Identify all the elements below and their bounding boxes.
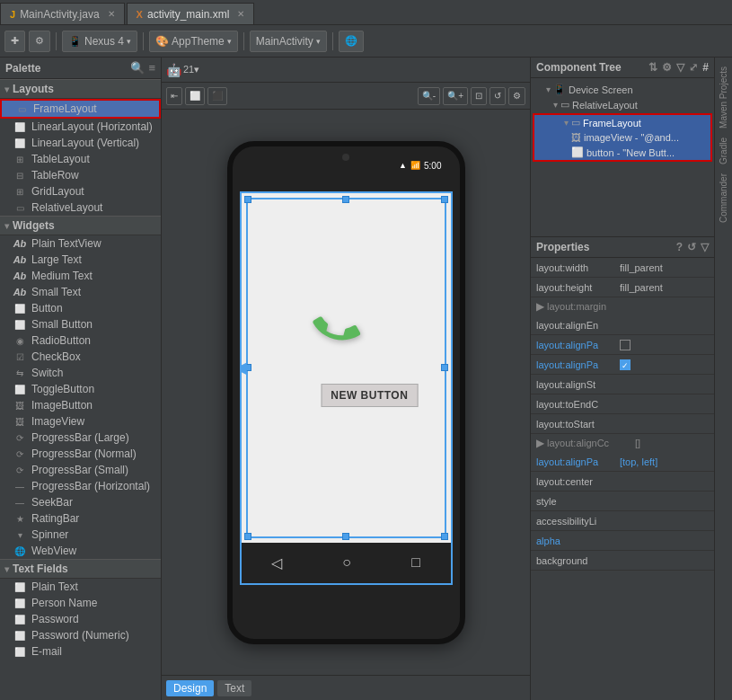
- palette-item-small-text[interactable]: Ab Small Text: [0, 284, 161, 300]
- palette-section-widgets[interactable]: ▾ Widgets: [0, 216, 161, 235]
- recent-btn[interactable]: □: [411, 554, 420, 571]
- resize-handle-br[interactable]: [441, 533, 448, 540]
- resize-handle-mr[interactable]: [441, 364, 448, 371]
- palette-item-ratingbar[interactable]: ★ RatingBar: [0, 510, 161, 527]
- palette-item-email[interactable]: ⬜ E-mail: [0, 643, 161, 660]
- sdk-btn[interactable]: 🌐: [339, 31, 364, 52]
- palette-item-togglebutton[interactable]: ⬜ ToggleButton: [0, 381, 161, 397]
- tab-design[interactable]: Design: [166, 680, 214, 696]
- tab-close-main[interactable]: ✕: [108, 9, 115, 19]
- palette-item-person-name[interactable]: ⬜ Person Name: [0, 595, 161, 611]
- palette-item-tablerow[interactable]: ⊟ TableRow: [0, 167, 161, 183]
- prop-checkbox-unchecked[interactable]: [620, 340, 631, 350]
- tree-node-device-screen[interactable]: ▾ 📱 Device Screen: [531, 82, 714, 97]
- settings-btn[interactable]: ⚙: [29, 31, 50, 52]
- palette-search-icon[interactable]: 🔍: [130, 61, 145, 75]
- tab-main-activity[interactable]: J MainActivity.java ✕: [0, 3, 125, 24]
- palette-item-large-text[interactable]: Ab Large Text: [0, 252, 161, 268]
- palette-item-spinner[interactable]: ▾ Spinner: [0, 527, 161, 543]
- home-btn[interactable]: ○: [342, 554, 351, 571]
- zoom-in-btn[interactable]: 🔍+: [443, 87, 468, 105]
- tree-node-imageview[interactable]: 🖼 imageView - "@and...: [534, 130, 710, 145]
- palette-item-checkbox[interactable]: ☑ CheckBox: [0, 349, 161, 365]
- palette-item-radiobutton[interactable]: ◉ RadioButton: [0, 332, 161, 349]
- tab-close-xml[interactable]: ✕: [237, 9, 244, 19]
- resize-handle-tl[interactable]: [244, 196, 251, 203]
- new-button[interactable]: NEW BUTTON: [321, 384, 418, 407]
- tab-activity-xml[interactable]: X activity_main.xml ✕: [127, 3, 255, 24]
- prop-val-layout-height[interactable]: fill_parent: [616, 280, 714, 295]
- palette-item-plain-textview[interactable]: Ab Plain TextView: [0, 235, 161, 252]
- tree-node-button[interactable]: ⬜ button - "New Butt...: [534, 145, 710, 160]
- tree-node-framelayout[interactable]: ▾ ▭ FrameLayout: [534, 115, 710, 130]
- prop-val-layout-alignpa-3[interactable]: [top, left]: [616, 455, 714, 469]
- palette-item-webview[interactable]: 🌐 WebView: [0, 543, 161, 559]
- palette-item-progressbar-h[interactable]: — ProgressBar (Horizontal): [0, 478, 161, 494]
- prop-section-margin[interactable]: ▶ layout:margin: [531, 297, 714, 315]
- zoom-out-btn[interactable]: 🔍-: [418, 87, 440, 105]
- tree-expand-icon[interactable]: ⤢: [689, 61, 698, 74]
- resize-handle-bl[interactable]: [244, 533, 251, 540]
- back-btn[interactable]: ◁: [271, 554, 282, 572]
- add-component-btn[interactable]: ✚: [4, 31, 25, 52]
- props-undo-icon[interactable]: ↺: [687, 241, 696, 253]
- canvas-settings-btn[interactable]: ⚙: [508, 87, 525, 105]
- palette-view-btn[interactable]: ≡: [148, 61, 155, 75]
- palette-item-small-button[interactable]: ⬜ Small Button: [0, 316, 161, 332]
- prop-checkbox-checked[interactable]: ✓: [620, 359, 631, 370]
- palette-item-progressbar-large[interactable]: ⟳ ProgressBar (Large): [0, 430, 161, 446]
- props-filter-icon[interactable]: ▽: [701, 241, 709, 253]
- tree-sort-icon[interactable]: ⇅: [648, 61, 657, 74]
- prop-val-layout-width[interactable]: fill_parent: [616, 261, 714, 275]
- prop-val-layout-alignst[interactable]: [616, 383, 714, 386]
- tree-gear-icon[interactable]: ⚙: [662, 61, 672, 74]
- palette-item-imagebutton[interactable]: 🖼 ImageButton: [0, 397, 161, 413]
- prop-val-layout-toendc[interactable]: [616, 403, 714, 406]
- palette-section-textfields[interactable]: ▾ Text Fields: [0, 559, 161, 579]
- prop-val-style[interactable]: [616, 500, 714, 503]
- device-btn[interactable]: 📱 Nexus 4 ▾: [62, 31, 137, 52]
- palette-item-password[interactable]: ⬜ Password: [0, 611, 161, 627]
- phone-screen[interactable]: ◀ NEW BUTTON ◁ ○: [240, 191, 453, 585]
- tree-filter-icon[interactable]: ▽: [676, 61, 684, 74]
- palette-item-button[interactable]: ⬜ Button: [0, 300, 161, 316]
- prop-section-aligncc[interactable]: ▶ layout:alignCc []: [531, 434, 714, 452]
- palette-item-gridlayout[interactable]: ⊞ GridLayout: [0, 183, 161, 199]
- palette-item-tablelayout[interactable]: ⊞ TableLayout: [0, 151, 161, 167]
- canvas-tool-3[interactable]: ⬛: [207, 87, 227, 105]
- maven-strip-label[interactable]: Maven Projects: [719, 62, 728, 133]
- drag-handle-left[interactable]: ◀: [240, 358, 247, 377]
- palette-item-framelayout[interactable]: ▭ FrameLayout: [0, 99, 161, 119]
- palette-item-switch[interactable]: ⇆ Switch: [0, 365, 161, 381]
- resize-handle-tr[interactable]: [441, 196, 448, 203]
- activity-btn[interactable]: MainActivity ▾: [250, 31, 327, 52]
- palette-section-layouts[interactable]: ▾ Layouts: [0, 79, 161, 99]
- prop-val-layout-alignen[interactable]: [616, 323, 714, 327]
- gradle-strip-label[interactable]: Gradle: [719, 133, 728, 169]
- theme-btn[interactable]: 🎨 AppTheme ▾: [149, 31, 238, 52]
- canvas-tool-1[interactable]: ⇤: [166, 87, 182, 105]
- props-help-icon[interactable]: ?: [676, 241, 683, 253]
- api-label[interactable]: 21▾: [183, 64, 199, 75]
- refresh-btn[interactable]: ↺: [489, 87, 506, 105]
- palette-item-relativelayout[interactable]: ▭ RelativeLayout: [0, 199, 161, 216]
- palette-item-password-num[interactable]: ⬜ Password (Numeric): [0, 627, 161, 643]
- prop-val-layout-alignpa-1[interactable]: [616, 337, 714, 352]
- palette-item-imageview[interactable]: 🖼 ImageView: [0, 413, 161, 430]
- resize-handle-tc[interactable]: [342, 196, 349, 203]
- resize-handle-bc[interactable]: [342, 533, 349, 540]
- prop-val-alpha[interactable]: [616, 539, 714, 543]
- canvas-tool-2[interactable]: ⬜: [185, 87, 205, 105]
- palette-item-linearlayout-h[interactable]: ⬜ LinearLayout (Horizontal): [0, 119, 161, 135]
- prop-val-background[interactable]: [616, 559, 714, 563]
- palette-item-seekbar[interactable]: — SeekBar: [0, 494, 161, 510]
- prop-val-layout-center[interactable]: [616, 480, 714, 483]
- prop-val-layout-tostart[interactable]: [616, 422, 714, 426]
- tab-text[interactable]: Text: [217, 680, 251, 696]
- palette-item-medium-text[interactable]: Ab Medium Text: [0, 268, 161, 284]
- commander-strip-label[interactable]: Commander: [719, 169, 728, 227]
- palette-item-plain-text[interactable]: ⬜ Plain Text: [0, 579, 161, 595]
- palette-item-linearlayout-v[interactable]: ⬜ LinearLayout (Vertical): [0, 135, 161, 151]
- zoom-fit-btn[interactable]: ⊡: [471, 87, 487, 105]
- palette-item-progressbar-small[interactable]: ⟳ ProgressBar (Small): [0, 462, 161, 478]
